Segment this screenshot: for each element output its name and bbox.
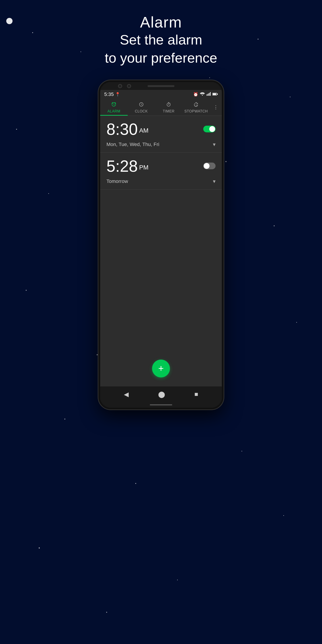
tab-alarm-label: ALARM (107, 109, 120, 113)
location-icon: 📍 (115, 92, 120, 97)
alarm-1-expand-icon: ▾ (213, 141, 216, 148)
status-left: 5:35 📍 (104, 92, 120, 97)
clock-tab-icon (139, 102, 144, 108)
recent-apps-button[interactable]: ■ (192, 388, 200, 400)
tab-timer[interactable]: TIMER (155, 99, 182, 116)
alarm-2-time: 5:28PM (106, 158, 148, 174)
app-content: 8:30AM Mon, Tue, Wed, Thu, Fri ▾ 5:28PM (100, 116, 222, 402)
home-button[interactable]: ⬤ (156, 388, 167, 400)
alarm-1-schedule-text: Mon, Tue, Wed, Thu, Fri (106, 142, 159, 147)
svg-rect-1 (208, 94, 208, 96)
battery-icon (212, 92, 218, 97)
tab-alarm[interactable]: ALARM (100, 99, 128, 116)
alarm-1-schedule[interactable]: Mon, Tue, Wed, Thu, Fri ▾ (106, 137, 216, 152)
header-subtitle: Set the alarm to your preference (105, 31, 217, 67)
alarm-2-toggle-knob (204, 163, 210, 169)
signal-icon (206, 92, 211, 97)
status-bar: 5:35 📍 ⏰ (100, 90, 222, 99)
phone-top-bezel (100, 82, 222, 90)
front-sensor (127, 84, 131, 88)
status-right: ⏰ (193, 92, 218, 97)
tab-stopwatch-label: STOPWATCH (184, 109, 208, 113)
front-camera (118, 84, 122, 88)
phone-bottom-bezel (100, 402, 222, 408)
alarm-status-icon: ⏰ (193, 92, 198, 97)
alarm-1-top-row: 8:30AM (106, 121, 216, 137)
header-title: Alarm (105, 14, 217, 31)
svg-rect-2 (209, 93, 210, 96)
add-alarm-button[interactable]: + (152, 360, 170, 378)
svg-rect-3 (210, 92, 211, 96)
bottom-nav: ◀ ⬤ ■ (100, 386, 222, 402)
phone-frame: 5:35 📍 ⏰ ALARM CLOCK (98, 80, 224, 410)
tab-clock-label: CLOCK (135, 109, 148, 113)
alarm-2-schedule-text: Tomorrow (106, 178, 128, 184)
nav-tabs: ALARM CLOCK TIMER STOPWATCH ⋮ (100, 99, 222, 116)
alarm-1-time: 8:30AM (106, 121, 148, 137)
fab-container: + (100, 346, 222, 386)
more-options-button[interactable]: ⋮ (210, 101, 222, 113)
alarm-item-2: 5:28PM Tomorrow ▾ (100, 153, 222, 190)
alarm-2-top-row: 5:28PM (106, 158, 216, 174)
empty-content-area (100, 190, 222, 346)
alarm-1-toggle-knob (209, 126, 215, 132)
alarm-1-toggle[interactable] (203, 126, 216, 132)
alarm-2-expand-icon: ▾ (213, 178, 216, 184)
bottom-bar (150, 404, 172, 406)
stopwatch-tab-icon (194, 102, 198, 108)
alarm-2-schedule[interactable]: Tomorrow ▾ (106, 174, 216, 190)
alarm-item-1: 8:30AM Mon, Tue, Wed, Thu, Fri ▾ (100, 116, 222, 153)
svg-rect-5 (213, 93, 216, 95)
alarm-2-time-text: 5:28PM (106, 157, 148, 175)
tab-clock[interactable]: CLOCK (128, 99, 155, 116)
wifi-icon (200, 92, 205, 97)
alarm-tab-icon (111, 102, 116, 108)
svg-rect-6 (217, 94, 218, 94)
alarm-2-toggle[interactable] (203, 162, 216, 169)
header-section: Alarm Set the alarm to your preference (105, 14, 217, 67)
tab-stopwatch[interactable]: STOPWATCH (182, 99, 210, 116)
tab-timer-label: TIMER (163, 109, 174, 113)
status-time: 5:35 (104, 92, 114, 97)
back-button[interactable]: ◀ (122, 388, 131, 400)
speaker-grill (148, 85, 174, 87)
timer-tab-icon (166, 102, 171, 108)
alarm-1-time-text: 8:30AM (106, 120, 148, 138)
svg-rect-0 (206, 94, 207, 96)
